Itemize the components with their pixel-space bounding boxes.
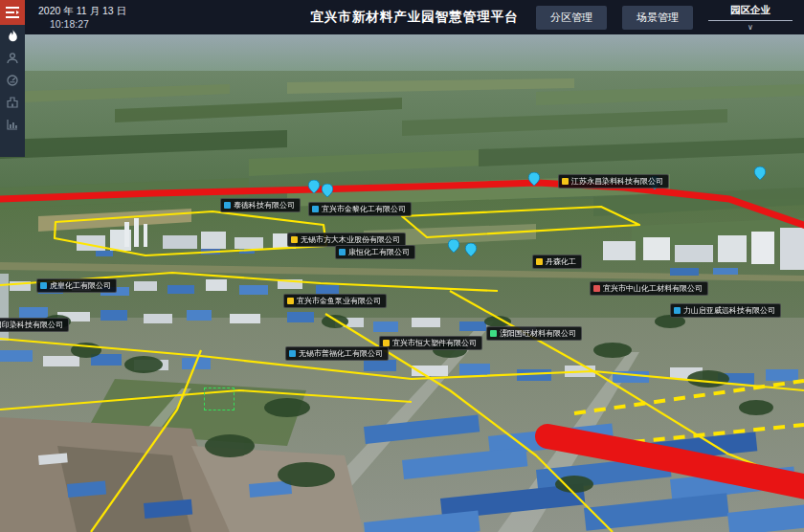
company-marker-icon — [562, 178, 569, 185]
company-marker-icon — [224, 202, 231, 209]
company-label-text: 康恒化工有限公司 — [348, 247, 410, 257]
company-label-text: 虎皇化工有限公司 — [50, 280, 111, 291]
top-header-bar: 2020 年 11 月 13 日 10:18:27 宜兴市新材料产业园智慧管理平… — [25, 0, 804, 34]
company-label-text: 宜兴市金黎化工有限公司 — [322, 204, 406, 214]
company-label-text: 宜兴市恒大塑件有限公司 — [392, 338, 477, 348]
header-actions: 分区管理 场景管理 园区企业 ∨ — [536, 3, 793, 33]
map-company-label[interactable]: 力山启亚威远科技有限公司 — [670, 303, 781, 318]
company-marker-icon — [289, 350, 296, 357]
map-company-label[interactable]: 宜兴市金黎化工有限公司 — [308, 202, 412, 216]
company-marker-icon — [536, 258, 543, 265]
map-company-label[interactable]: 康恒化工有限公司 — [335, 245, 415, 259]
company-label-text: 溧阳国旺材料有限公司 — [500, 328, 576, 339]
chevron-down-icon: ∨ — [708, 21, 793, 33]
bar-chart-icon — [7, 119, 18, 130]
map-company-label[interactable]: 丹森化工 — [532, 255, 582, 269]
sidebar-item-monitor[interactable] — [4, 73, 21, 87]
company-label-text: 力山启亚威远科技有限公司 — [683, 305, 775, 316]
company-marker-icon — [674, 307, 681, 314]
company-label-text: 无锡市普福化工有限公司 — [299, 348, 383, 359]
time-text: 10:18:27 — [38, 17, 126, 31]
zone-management-button[interactable]: 分区管理 — [536, 6, 607, 30]
dropdown-label: 园区企业 — [708, 3, 793, 21]
gauge-icon — [7, 75, 18, 86]
datetime-display: 2020 年 11 月 13 日 10:18:27 — [38, 4, 126, 31]
sidebar-item-personnel[interactable] — [4, 51, 21, 65]
menu-icon — [6, 7, 19, 18]
sidebar-item-enterprise[interactable] — [4, 95, 21, 109]
factory-icon — [7, 97, 18, 108]
selection-box — [204, 388, 234, 410]
sidebar-item-fire[interactable] — [4, 29, 21, 43]
page-title: 宜兴市新材料产业园智慧管理平台 — [310, 9, 519, 26]
map-company-label[interactable]: 宜兴市金鱼泵业有限公司 — [283, 294, 387, 308]
company-label-text: 江苏永昌染料科技有限公司 — [571, 176, 663, 187]
sidebar-icon-panel — [0, 25, 25, 157]
map-company-label[interactable]: 宜兴市恒大塑件有限公司 — [379, 336, 482, 350]
scene-management-button[interactable]: 场景管理 — [622, 6, 693, 30]
company-marker-icon — [490, 330, 497, 337]
company-marker-icon — [40, 282, 47, 289]
date-text: 2020 年 11 月 13 日 — [38, 4, 126, 17]
company-label-text: 宜兴市中山化工材料有限公司 — [603, 283, 703, 294]
sidebar-menu-button[interactable] — [0, 0, 25, 25]
company-label-text: 宜兴市金鱼泵业有限公司 — [297, 296, 381, 306]
company-marker-icon — [312, 206, 319, 212]
map-company-label[interactable]: 瑞阳印染科技有限公司 — [0, 318, 69, 332]
company-label-text: 瑞阳印染科技有限公司 — [0, 320, 63, 330]
company-marker-icon — [383, 340, 390, 346]
company-label-text: 无锡市方大木业股份有限公司 — [301, 234, 400, 245]
sidebar-item-statistics[interactable] — [4, 117, 21, 131]
map-company-label[interactable]: 溧阳国旺材料有限公司 — [486, 326, 582, 341]
company-label-text: 泰德科技有限公司 — [234, 200, 295, 211]
map-company-label[interactable]: 江苏永昌染料科技有限公司 — [558, 174, 669, 188]
map-3d-scene[interactable]: 泰德科技有限公司宜兴市金黎化工有限公司无锡市方大木业股份有限公司康恒化工有限公司… — [0, 34, 804, 532]
location-pin-icon[interactable] — [528, 172, 540, 186]
company-marker-icon — [287, 298, 294, 304]
user-icon — [7, 53, 18, 64]
location-pin-icon[interactable] — [448, 239, 459, 253]
map-company-label[interactable]: 宜兴市中山化工材料有限公司 — [590, 281, 708, 296]
map-company-label[interactable]: 虎皇化工有限公司 — [36, 278, 117, 293]
flame-icon — [8, 30, 18, 43]
park-enterprise-dropdown[interactable]: 园区企业 ∨ — [708, 3, 793, 33]
company-label-text: 丹森化工 — [546, 256, 576, 267]
company-marker-icon — [339, 249, 346, 255]
location-pin-icon[interactable] — [322, 184, 333, 197]
map-company-label[interactable]: 泰德科技有限公司 — [220, 198, 301, 212]
company-marker-icon — [291, 236, 298, 243]
location-pin-icon[interactable] — [754, 166, 766, 180]
location-pin-icon[interactable] — [308, 180, 320, 193]
company-marker-icon — [593, 285, 600, 292]
map-company-label[interactable]: 无锡市普福化工有限公司 — [285, 346, 389, 361]
location-pin-icon[interactable] — [465, 243, 477, 256]
